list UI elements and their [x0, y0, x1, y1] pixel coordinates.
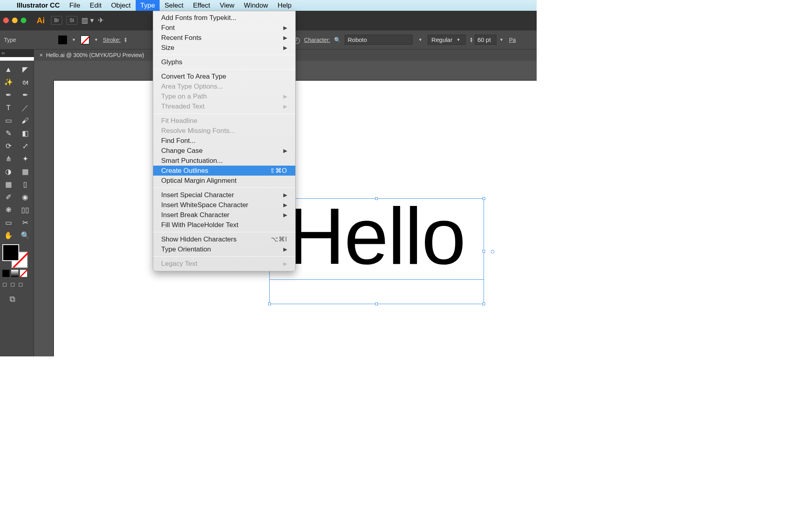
font-size-dropdown-icon[interactable]: ▼: [498, 38, 505, 42]
mesh-tool[interactable]: ▦: [0, 178, 17, 191]
menu-window[interactable]: Window: [239, 0, 273, 11]
handle-top-mid[interactable]: [375, 197, 378, 200]
menu-item-create-outlines[interactable]: Create Outlines⇧⌘O: [153, 166, 295, 176]
free-transform-tool[interactable]: ✦: [17, 152, 34, 165]
menu-item-font[interactable]: Font▶: [153, 23, 295, 33]
font-family-dropdown-icon[interactable]: ▼: [417, 38, 424, 42]
close-window-button[interactable]: [3, 18, 9, 23]
arrange-documents-button[interactable]: ▥ ▾: [81, 16, 94, 25]
stroke-swatch[interactable]: [81, 36, 89, 44]
fill-stroke-control[interactable]: [2, 244, 30, 268]
menu-item-add-fonts-from-typekit[interactable]: Add Fonts from Typekit...: [153, 13, 295, 23]
stroke-label[interactable]: Stroke:: [103, 37, 120, 43]
menu-item-insert-break-character[interactable]: Insert Break Character▶: [153, 210, 295, 220]
menu-item-glyphs[interactable]: Glyphs: [153, 57, 295, 67]
app-name[interactable]: Illustrator CC: [12, 2, 65, 10]
selection-tool[interactable]: ▲: [0, 63, 17, 76]
gradient-tool[interactable]: ▯: [17, 178, 34, 191]
screen-mode-button[interactable]: ⧉: [0, 295, 34, 304]
width-tool[interactable]: ⋔: [0, 152, 17, 165]
menu-select[interactable]: Select: [160, 0, 188, 11]
gpu-rocket-icon[interactable]: ✈: [98, 16, 104, 25]
shape-builder-tool[interactable]: ◑: [0, 165, 17, 178]
menu-item-label: Change Case: [161, 147, 203, 155]
bridge-button[interactable]: Br: [51, 16, 62, 25]
menu-type[interactable]: Type: [136, 0, 160, 11]
column-graph-tool[interactable]: ▯▯: [17, 204, 34, 216]
minimize-window-button[interactable]: [12, 18, 18, 23]
eyedropper-tool[interactable]: ✐: [0, 191, 17, 204]
menu-item-optical-margin-alignment[interactable]: Optical Margin Alignment: [153, 176, 295, 186]
shaper-tool[interactable]: ✎: [0, 127, 17, 140]
color-mode-none[interactable]: [20, 270, 27, 277]
slice-tool[interactable]: ✂: [17, 216, 34, 229]
font-style-select[interactable]: Regular▼: [428, 35, 465, 45]
menu-item-insert-special-character[interactable]: Insert Special Character▶: [153, 190, 295, 200]
draw-inside-icon[interactable]: ◻: [18, 281, 23, 287]
menu-item-show-hidden-characters[interactable]: Show Hidden Characters⌥⌘I: [153, 234, 295, 244]
paintbrush-tool[interactable]: 🖌: [17, 114, 34, 127]
menu-view[interactable]: View: [215, 0, 239, 11]
draw-behind-icon[interactable]: ◻: [10, 281, 15, 287]
font-size-stepper[interactable]: ▲▼: [470, 37, 473, 43]
color-mode-solid[interactable]: [2, 270, 10, 277]
menu-object[interactable]: Object: [106, 0, 135, 11]
handle-top-right[interactable]: [482, 197, 485, 200]
rotate-tool[interactable]: ⟳: [0, 140, 17, 152]
stock-button[interactable]: St: [66, 16, 77, 25]
zoom-window-button[interactable]: [21, 18, 26, 23]
menu-item-fill-with-placeholder-text[interactable]: Fill With PlaceHolder Text: [153, 220, 295, 230]
font-family-input[interactable]: [345, 35, 413, 45]
menu-effect[interactable]: Effect: [188, 0, 215, 11]
menu-item-find-font[interactable]: Find Font...: [153, 136, 295, 146]
curvature-tool[interactable]: ✒: [17, 89, 34, 101]
menu-item-smart-punctuation[interactable]: Smart Punctuation...: [153, 156, 295, 166]
menu-item-label: Threaded Text: [161, 103, 204, 111]
blend-tool[interactable]: ◉: [17, 191, 34, 204]
fill-dropdown-icon[interactable]: ▼: [70, 38, 77, 42]
handle-bottom-mid[interactable]: [375, 303, 378, 305]
rectangle-tool[interactable]: ▭: [0, 114, 17, 127]
handle-mid-right[interactable]: [482, 250, 485, 253]
eraser-tool[interactable]: ◧: [17, 127, 34, 140]
close-tab-icon[interactable]: ×: [40, 52, 43, 58]
direct-selection-tool[interactable]: ◤: [17, 63, 34, 76]
paragraph-panel-link[interactable]: Pa: [509, 37, 516, 43]
menu-item-size[interactable]: Size▶: [153, 43, 295, 53]
menu-file[interactable]: File: [65, 0, 85, 11]
menu-item-label: Area Type Options...: [161, 83, 223, 91]
document-tab[interactable]: × Hello.ai @ 300% (CMYK/GPU Preview): [34, 49, 150, 61]
magic-wand-tool[interactable]: ✨: [0, 76, 17, 89]
menu-item-convert-to-area-type[interactable]: Convert To Area Type: [153, 71, 295, 81]
scale-tool[interactable]: ⤢: [17, 140, 34, 152]
artboard-tool[interactable]: ▭: [0, 216, 17, 229]
out-port-icon[interactable]: [491, 250, 494, 253]
fill-color-swatch[interactable]: [2, 244, 19, 261]
zoom-tool[interactable]: 🔍: [17, 229, 34, 242]
color-mode-gradient[interactable]: [11, 270, 18, 277]
menu-item-label: Find Font...: [161, 137, 196, 145]
menu-item-change-case[interactable]: Change Case▶: [153, 146, 295, 156]
menu-help[interactable]: Help: [273, 0, 296, 11]
menu-item-recent-fonts[interactable]: Recent Fonts▶: [153, 33, 295, 43]
font-size-input[interactable]: [475, 35, 496, 45]
handle-bottom-right[interactable]: [482, 303, 485, 305]
menu-item-type-orientation[interactable]: Type Orientation▶: [153, 244, 295, 254]
line-segment-tool[interactable]: ／: [17, 101, 34, 114]
pen-tool[interactable]: ✒: [0, 89, 17, 101]
menu-item-insert-whitespace-character[interactable]: Insert WhiteSpace Character▶: [153, 200, 295, 210]
menu-separator: [153, 232, 295, 232]
character-panel-link[interactable]: Character:: [304, 37, 330, 43]
selection-bounding-box[interactable]: [269, 198, 484, 304]
draw-normal-icon[interactable]: ◻: [2, 281, 7, 287]
symbol-sprayer-tool[interactable]: ❋: [0, 204, 17, 216]
perspective-grid-tool[interactable]: ▦: [17, 165, 34, 178]
fill-swatch[interactable]: [58, 36, 67, 44]
lasso-tool[interactable]: ᘛ: [17, 76, 34, 89]
stroke-dropdown-icon[interactable]: ▼: [93, 38, 100, 42]
hand-tool[interactable]: ✋: [0, 229, 17, 242]
handle-bottom-left[interactable]: [268, 303, 271, 305]
menu-edit[interactable]: Edit: [85, 0, 106, 11]
stroke-weight-stepper[interactable]: ▲▼: [124, 37, 127, 43]
type-tool[interactable]: T: [0, 101, 17, 114]
